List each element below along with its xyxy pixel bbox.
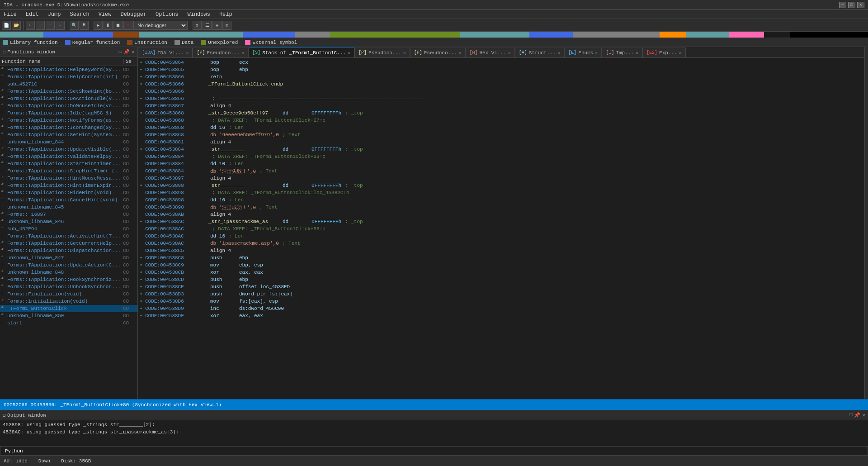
output-close[interactable]: ✕ xyxy=(862,412,865,418)
minimize-button[interactable]: ─ xyxy=(839,2,846,8)
functions-panel-minimize[interactable]: □ xyxy=(119,49,122,55)
code-line[interactable]: CODE:004538ABalign 4 xyxy=(138,211,864,218)
toolbar-hex[interactable]: H xyxy=(80,21,89,30)
tab-close-btn[interactable]: ✕ xyxy=(458,50,461,56)
code-line[interactable]: CODE:004538ACdd 16; Len xyxy=(138,233,864,240)
function-row[interactable]: fForms::TApplication::HelpKeyword(Sy...C… xyxy=(0,66,137,73)
function-row[interactable]: fForms::TApplication::HideHint(void)CO xyxy=(0,189,137,196)
code-line[interactable]: •CODE:004538CEpushoffset loc_4538ED xyxy=(138,283,864,290)
function-row[interactable]: fForms::TApplication::UpdateVisible(...C… xyxy=(0,146,137,153)
function-row[interactable]: fForms::TApplication::StopHintTimer (...… xyxy=(0,167,137,175)
code-line[interactable]: •CODE:004538D3pushdword ptr fs:[eax] xyxy=(138,290,864,298)
code-line[interactable]: CODE:00453867align 4 xyxy=(138,102,864,109)
function-row[interactable]: funknown_libname_846CO xyxy=(0,218,137,225)
tab-hex-vi---[interactable]: [H]Hex Vi...✕ xyxy=(465,48,514,57)
function-row[interactable]: fForms::TApplication::HintTimerExpir...C… xyxy=(0,182,137,189)
function-row[interactable]: fForms::TApplication::SetHint(System...C… xyxy=(0,131,137,138)
toolbar-new[interactable]: 📄 xyxy=(2,21,11,30)
tab-ida-vi---[interactable]: [IDA]IDA Vi...✕ xyxy=(138,48,193,57)
function-row[interactable]: funknown_libname_848CO xyxy=(0,269,137,276)
code-line[interactable]: CODE:00453897align 4 xyxy=(138,175,864,182)
function-row[interactable]: fForms::TApplication::Idle(tagMSG &)CO xyxy=(0,109,137,117)
tab-pseudoco---[interactable]: [P]Pseudoco...✕ xyxy=(193,48,248,57)
code-line[interactable]: CODE:00453881align 4 xyxy=(138,138,864,146)
tab-enums[interactable]: [E]Enums✕ xyxy=(564,48,602,57)
tab-close-btn[interactable]: ✕ xyxy=(348,50,350,56)
code-line[interactable]: •CODE:004538D9incds:dword_456C00 xyxy=(138,305,864,312)
function-row[interactable]: fForms::TApplication::GetCurrentHelp...C… xyxy=(0,240,137,247)
function-row[interactable]: fForms::_16887CO xyxy=(0,211,137,218)
code-line[interactable]: CODE:00453884; DATA XREF: _TForm1_Button… xyxy=(138,153,864,160)
function-row[interactable]: fForms::TApplication::HintMouseMessa...C… xyxy=(0,175,137,182)
tab-stack-of--tform1-button1c---[interactable]: [S]Stack of _TForm1_Button1C...✕ xyxy=(248,48,354,57)
menu-item-edit[interactable]: Edit xyxy=(24,11,41,18)
close-button[interactable]: ✕ xyxy=(857,2,864,8)
toolbar-misc3[interactable]: ◈ xyxy=(212,21,222,30)
code-line[interactable]: CODE:00453866 xyxy=(138,88,864,95)
menu-item-options[interactable]: Options xyxy=(154,11,180,18)
python-tab[interactable]: Python xyxy=(0,446,868,455)
output-pin[interactable]: 📌 xyxy=(854,412,860,418)
function-row[interactable]: fForms::initialization(void)CO xyxy=(0,298,137,305)
function-row[interactable]: fForms::TApplication::SetShowHint(bo...C… xyxy=(0,88,137,95)
tab-close-btn[interactable]: ✕ xyxy=(508,50,511,56)
right-scroll-panel[interactable] xyxy=(864,47,868,399)
tab-exp---[interactable]: [E2]Exp...✕ xyxy=(642,48,686,57)
tab-close-btn[interactable]: ✕ xyxy=(403,50,406,56)
toolbar-forward[interactable]: → xyxy=(36,21,45,30)
code-line[interactable]: •CODE:004538C9movebp, esp xyxy=(138,262,864,269)
menu-item-help[interactable]: Help xyxy=(217,11,234,18)
toolbar-misc1[interactable]: ⚙ xyxy=(193,21,202,30)
tab-pseudoco---[interactable]: [P]Pseudoco...✕ xyxy=(410,48,466,57)
toolbar-run[interactable]: ▶ xyxy=(94,21,103,30)
code-line[interactable]: •CODE:00453865popebp xyxy=(138,66,864,73)
function-row[interactable]: fForms::TApplication::DoActionIdle(v...C… xyxy=(0,95,137,102)
code-line[interactable]: •CODE:00453866retn xyxy=(138,73,864,81)
function-row[interactable]: f_TForm1_Button1ClickCO xyxy=(0,305,137,312)
functions-panel-pin[interactable]: 📌 xyxy=(123,49,130,55)
tab-imp---[interactable]: [I]Imp...✕ xyxy=(602,48,642,57)
toolbar-pause[interactable]: ⏸ xyxy=(104,21,113,30)
tab-struct---[interactable]: [A]Struct...✕ xyxy=(515,48,564,57)
code-line[interactable]: CODE:00453868db '9eeee9eb50eff979',0; Te… xyxy=(138,131,864,138)
debugger-select[interactable]: No debugger xyxy=(133,21,188,30)
function-row[interactable]: fForms::TApplication::CancelHint(void)CO xyxy=(0,196,137,204)
menu-item-jump[interactable]: Jump xyxy=(46,11,63,18)
output-minimize[interactable]: □ xyxy=(849,412,853,418)
functions-panel-close[interactable]: ✕ xyxy=(132,49,135,55)
code-line[interactable]: CODE:00453884db '注册失败！',0 ; Text xyxy=(138,167,864,175)
function-row[interactable]: funknown_libname_844CO xyxy=(0,138,137,146)
toolbar-misc4[interactable]: ⊕ xyxy=(222,21,231,30)
function-row[interactable]: funknown_libname_845CO xyxy=(0,204,137,211)
menu-item-debugger[interactable]: Debugger xyxy=(118,11,148,18)
code-line[interactable]: •CODE:004538CDpushebp xyxy=(138,276,864,283)
function-row[interactable]: fForms::TApplication::UpdateAction(C...C… xyxy=(0,262,137,269)
code-line[interactable]: •CODE:004538D6movfs:[eax], esp xyxy=(138,298,864,305)
function-row[interactable]: fsub_452F94CO xyxy=(0,225,137,233)
menu-item-windows[interactable]: Windows xyxy=(186,11,212,18)
function-row[interactable]: fForms::TApplication::DoMouseIdle(vo...C… xyxy=(0,102,137,109)
toolbar-stop[interactable]: ⏹ xyxy=(113,21,123,30)
code-line[interactable]: •CODE:004538C8pushebp xyxy=(138,254,864,262)
function-row[interactable]: funknown_libname_850CO xyxy=(0,312,137,319)
code-line[interactable]: CODE:00453898dd 10; Len xyxy=(138,196,864,204)
menu-item-file[interactable]: File xyxy=(2,11,19,18)
code-line[interactable]: •CODE:004538AC_str_ipasscrackme_asdd0FFF… xyxy=(138,218,864,225)
code-line[interactable]: CODE:004538C5align 4 xyxy=(138,247,864,254)
tab-close-btn[interactable]: ✕ xyxy=(557,50,560,56)
function-row[interactable]: fForms::Finalization(void)CO xyxy=(0,290,137,298)
tab-close-btn[interactable]: ✕ xyxy=(595,50,598,56)
function-row[interactable]: fForms::TApplication::DispatchAction...C… xyxy=(0,247,137,254)
function-row[interactable]: fForms::TApplication::NotifyForms(us...C… xyxy=(0,117,137,124)
code-line[interactable]: CODE:00453884dd 10; Len xyxy=(138,160,864,167)
tab-close-btn[interactable]: ✕ xyxy=(679,50,682,56)
toolbar-down[interactable]: ↓ xyxy=(56,21,65,30)
function-row[interactable]: fForms::TApplication::HookSynchroniz...C… xyxy=(0,276,137,283)
toolbar-up[interactable]: ↑ xyxy=(46,21,55,30)
function-row[interactable]: fsub_45271CCO xyxy=(0,81,137,88)
tab-close-btn[interactable]: ✕ xyxy=(636,50,638,56)
code-line[interactable]: CODE:00453898db '注册成功！',0 ; Text xyxy=(138,204,864,211)
toolbar-search[interactable]: 🔍 xyxy=(70,21,79,30)
toolbar-back[interactable]: ← xyxy=(26,21,35,30)
code-line[interactable]: •CODE:00453864popecx xyxy=(138,59,864,66)
